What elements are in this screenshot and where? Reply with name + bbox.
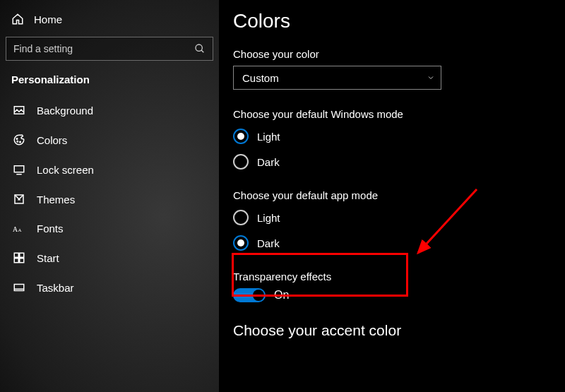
- sidebar: Home Find a setting Personalization Back…: [0, 0, 219, 392]
- sidebar-item-label: Taskbar: [37, 282, 74, 294]
- svg-rect-11: [14, 253, 18, 257]
- transparency-toggle[interactable]: [233, 288, 266, 302]
- chevron-down-icon: [427, 73, 435, 82]
- sidebar-item-start[interactable]: Start: [0, 243, 219, 273]
- fonts-icon: AA: [11, 223, 27, 234]
- home-icon: [11, 13, 24, 25]
- search-placeholder: Find a setting: [13, 43, 194, 54]
- windows-mode-dark-radio[interactable]: Dark: [233, 154, 551, 170]
- themes-icon: [11, 193, 27, 206]
- sidebar-item-fonts[interactable]: AA Fonts: [0, 214, 219, 243]
- sidebar-item-label: Colors: [37, 134, 67, 146]
- svg-rect-6: [14, 166, 24, 172]
- svg-text:A: A: [18, 227, 22, 232]
- sidebar-item-taskbar[interactable]: Taskbar: [0, 273, 219, 302]
- sidebar-item-themes[interactable]: Themes: [0, 184, 219, 214]
- windows-mode-label: Choose your default Windows mode: [233, 108, 551, 120]
- radio-icon: [233, 129, 249, 144]
- choose-color-label: Choose your color: [233, 48, 551, 60]
- app-mode-label: Choose your default app mode: [233, 189, 551, 201]
- app-mode-dark-radio[interactable]: Dark: [233, 235, 551, 251]
- app-mode-light-radio[interactable]: Light: [233, 210, 551, 225]
- color-dropdown-value: Custom: [242, 72, 427, 84]
- sidebar-item-label: Themes: [37, 194, 75, 206]
- accent-color-heading: Choose your accent color: [233, 322, 551, 339]
- picture-icon: [11, 104, 27, 117]
- home-label: Home: [34, 13, 62, 25]
- radio-label: Light: [257, 131, 280, 143]
- svg-rect-13: [14, 259, 18, 263]
- svg-point-5: [20, 141, 21, 143]
- start-icon: [11, 251, 27, 264]
- page-title: Colors: [233, 10, 551, 32]
- svg-rect-14: [20, 259, 24, 263]
- sidebar-item-colors[interactable]: Colors: [0, 125, 219, 155]
- svg-line-1: [201, 50, 203, 52]
- sidebar-item-background[interactable]: Background: [0, 95, 219, 125]
- svg-point-0: [196, 44, 202, 51]
- svg-point-3: [16, 138, 18, 140]
- transparency-state: On: [274, 289, 289, 302]
- sidebar-item-lock-screen[interactable]: Lock screen: [0, 155, 219, 184]
- home-button[interactable]: Home: [0, 7, 219, 37]
- radio-icon: [233, 210, 249, 225]
- main-content: Colors Choose your color Custom Choose y…: [219, 0, 565, 392]
- radio-label: Dark: [257, 237, 280, 249]
- svg-rect-15: [14, 285, 24, 291]
- sidebar-item-label: Start: [37, 252, 59, 264]
- radio-icon: [233, 235, 249, 251]
- section-title: Personalization: [0, 73, 219, 95]
- radio-label: Light: [257, 212, 280, 224]
- lock-screen-icon: [11, 163, 27, 176]
- svg-text:A: A: [13, 225, 18, 232]
- sidebar-item-label: Lock screen: [37, 164, 94, 176]
- sidebar-item-label: Fonts: [37, 222, 64, 234]
- radio-icon: [233, 154, 249, 170]
- taskbar-icon: [11, 281, 27, 294]
- search-input[interactable]: Find a setting: [6, 37, 213, 61]
- svg-rect-12: [20, 253, 24, 257]
- color-dropdown[interactable]: Custom: [233, 66, 441, 90]
- windows-mode-light-radio[interactable]: Light: [233, 129, 551, 144]
- palette-icon: [11, 133, 27, 146]
- svg-point-4: [17, 141, 18, 143]
- transparency-label: Transparency effects: [233, 271, 551, 283]
- search-icon: [194, 43, 206, 54]
- radio-label: Dark: [257, 156, 280, 168]
- sidebar-item-label: Background: [37, 105, 93, 117]
